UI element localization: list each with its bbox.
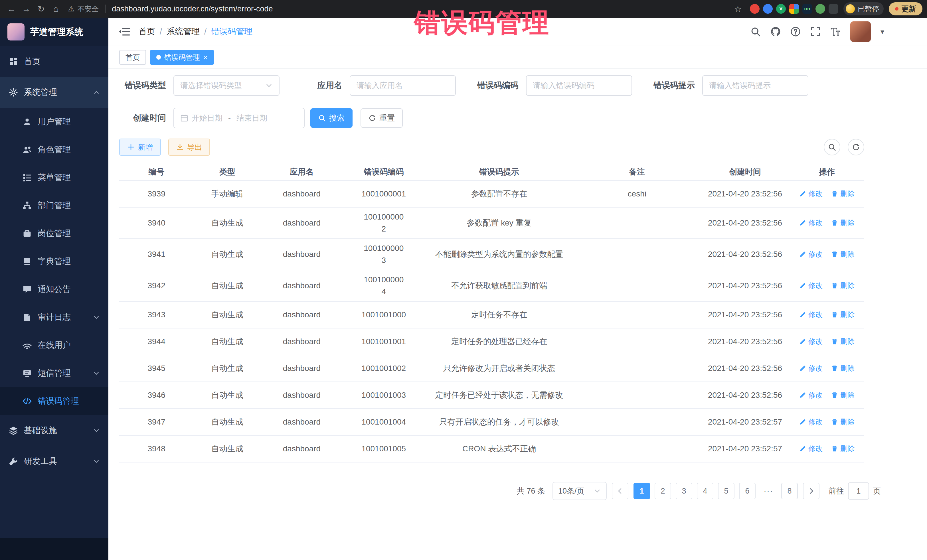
breadcrumb-item[interactable]: 系统管理	[167, 26, 200, 37]
update-button[interactable]: 更新	[889, 2, 922, 15]
record-extension-icon[interactable]	[750, 4, 760, 14]
page-button[interactable]: 5	[718, 483, 734, 499]
search-button[interactable]: 搜索	[310, 108, 353, 128]
sidebar-item-dev-tools[interactable]: 研发工具	[0, 446, 108, 477]
reset-button[interactable]: 重置	[360, 108, 403, 128]
filter-label-hint: 错误码提示	[648, 80, 695, 91]
edit-link[interactable]: 修改	[799, 217, 823, 228]
edit-link[interactable]: 修改	[799, 443, 823, 454]
sidebar-item-audit-log[interactable]: 审计日志	[0, 304, 108, 331]
sidebar-item-org-tree[interactable]: 部门管理	[0, 191, 108, 220]
sidebar-item-error-code[interactable]: 错误码管理	[0, 387, 108, 415]
edit-link[interactable]: 修改	[799, 280, 823, 291]
refresh-table-button[interactable]	[848, 139, 864, 155]
bookmark-star-icon[interactable]: ☆	[731, 2, 745, 16]
sidebar-footer[interactable]	[0, 538, 108, 560]
delete-link[interactable]: 删除	[831, 336, 854, 347]
cell-id: 3942	[119, 276, 194, 295]
profile-paused-chip[interactable]: 已暂停	[843, 2, 884, 15]
fullscreen-icon[interactable]	[810, 27, 821, 37]
edit-link[interactable]: 修改	[799, 363, 823, 374]
prev-page-button[interactable]	[612, 483, 628, 499]
menu-fold-icon[interactable]	[118, 26, 130, 37]
avatar-chevron-down-icon[interactable]: ▾	[880, 27, 884, 36]
sidebar-item-badge[interactable]: 岗位管理	[0, 220, 108, 247]
sidebar-item-dashboard[interactable]: 首页	[0, 46, 108, 77]
delete-link[interactable]: 删除	[831, 390, 854, 401]
tab-item[interactable]: 首页	[119, 50, 146, 65]
search-icon[interactable]	[751, 27, 761, 37]
export-button[interactable]: 导出	[168, 138, 210, 156]
sidebar-item-announcement[interactable]: 通知公告	[0, 275, 108, 304]
delete-link[interactable]: 删除	[831, 310, 854, 320]
sidebar-item-dictionary[interactable]: 字典管理	[0, 247, 108, 275]
edit-link[interactable]: 修改	[799, 390, 823, 401]
logo-row[interactable]: 芋道管理系统	[0, 18, 108, 46]
user-avatar[interactable]	[850, 21, 871, 42]
github-icon[interactable]	[770, 27, 781, 37]
page-size-select[interactable]: 10条/页	[553, 482, 607, 500]
add-button[interactable]: 新增	[119, 138, 161, 156]
delete-link[interactable]: 删除	[831, 217, 854, 228]
sidebar-item-user[interactable]: 用户管理	[0, 108, 108, 136]
page-button[interactable]: 8	[781, 483, 798, 499]
edit-link[interactable]: 修改	[799, 249, 823, 260]
sidebar-item-sms[interactable]: 短信管理	[0, 359, 108, 387]
error-code-input[interactable]	[526, 75, 632, 96]
goto-page-input[interactable]: 1	[848, 483, 869, 499]
date-range-picker[interactable]: 开始日期 - 结束日期	[173, 108, 305, 128]
sidebar-item-users[interactable]: 角色管理	[0, 136, 108, 164]
tab-active[interactable]: 错误码管理×	[150, 50, 214, 65]
cell-hint: 不能删除类型为系统内置的参数配置	[425, 245, 574, 264]
sidebar-item-menu-list[interactable]: 菜单管理	[0, 164, 108, 191]
page-button[interactable]: 1	[634, 483, 650, 499]
onoff-extension-icon[interactable]: on	[802, 4, 812, 14]
forward-icon[interactable]: →	[20, 2, 33, 16]
question-icon[interactable]	[790, 27, 801, 37]
sidebar-item-online-user[interactable]: 在线用户	[0, 331, 108, 359]
app-name-input[interactable]	[350, 75, 456, 96]
table-row: 3942自动生成dashboard100100000 4不允许获取敏感配置到前端…	[119, 270, 864, 302]
error-type-select[interactable]: 请选择错误码类型	[173, 75, 280, 96]
breadcrumb-current[interactable]: 错误码管理	[211, 26, 252, 37]
page-button[interactable]: 3	[676, 483, 692, 499]
grid-extension-icon[interactable]	[789, 4, 799, 14]
delete-link[interactable]: 删除	[831, 417, 854, 427]
refresh-icon	[369, 114, 376, 122]
leaf-extension-icon[interactable]	[816, 4, 825, 14]
column-header: 创建时间	[700, 162, 790, 181]
edit-link[interactable]: 修改	[799, 188, 823, 199]
security-chip[interactable]: ⚠ 不安全	[68, 4, 99, 14]
back-icon[interactable]: ←	[5, 2, 18, 16]
page-button[interactable]: 4	[697, 483, 713, 499]
page-button[interactable]: 6	[739, 483, 755, 499]
delete-link[interactable]: 删除	[831, 249, 854, 260]
sidebar-item-gear[interactable]: 系统管理	[0, 77, 108, 108]
edit-link[interactable]: 修改	[799, 417, 823, 427]
cell-code: 1001000001	[343, 185, 425, 203]
reload-icon[interactable]: ↻	[34, 2, 48, 16]
browser-home-icon[interactable]: ⌂	[49, 2, 63, 16]
delete-link[interactable]: 删除	[831, 188, 854, 199]
delete-link[interactable]: 删除	[831, 363, 854, 374]
tab-close-icon[interactable]: ×	[204, 54, 208, 61]
cell-app: dashboard	[261, 305, 343, 324]
drop-extension-icon[interactable]	[763, 4, 773, 14]
page-button[interactable]: 2	[655, 483, 671, 499]
cell-time: 2021-04-20 23:52:56	[700, 386, 790, 405]
v-extension-icon[interactable]: V	[776, 4, 786, 14]
toggle-search-button[interactable]	[824, 139, 840, 155]
font-size-icon[interactable]	[830, 27, 840, 37]
next-page-button[interactable]	[803, 483, 819, 499]
breadcrumb-item[interactable]: 首页	[138, 26, 155, 37]
delete-link[interactable]: 删除	[831, 280, 854, 291]
edit-link[interactable]: 修改	[799, 336, 823, 347]
pin-extension-icon[interactable]	[828, 4, 838, 14]
sidebar-item-infrastructure[interactable]: 基础设施	[0, 415, 108, 446]
delete-link[interactable]: 删除	[831, 443, 854, 454]
error-hint-input[interactable]	[702, 75, 808, 96]
filter-label-type: 错误码类型	[119, 80, 166, 91]
edit-link[interactable]: 修改	[799, 310, 823, 320]
page-ellipsis[interactable]: ···	[760, 483, 777, 499]
url-bar[interactable]: dashboard.yudao.iocoder.cn/system/error-…	[112, 5, 730, 14]
